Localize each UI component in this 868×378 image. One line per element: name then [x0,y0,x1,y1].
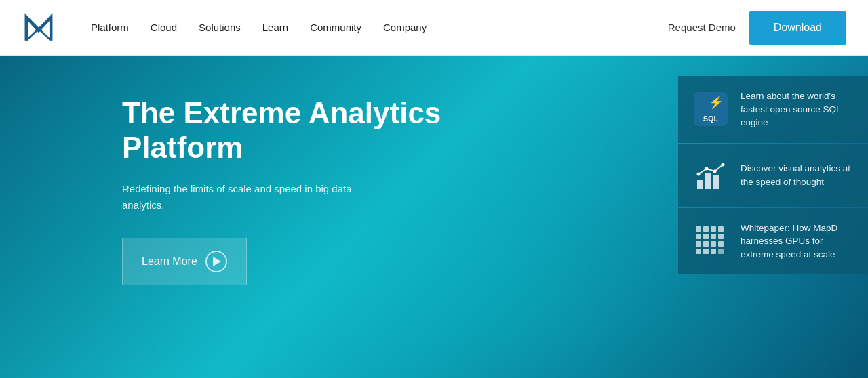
learn-more-label: Learn More [142,255,197,268]
svg-rect-16 [711,234,716,239]
svg-rect-19 [703,241,709,247]
hero-content: The Extreme Analytics Platform Redefinin… [0,56,868,378]
header: MAPD Platform Cloud Solutions Learn Comm… [0,0,868,56]
svg-rect-14 [696,234,701,239]
svg-rect-22 [696,249,701,254]
card-gpu[interactable]: Whitepaper: How MapD harnesses GPUs for … [678,208,868,275]
svg-point-9 [722,163,725,166]
hero-title: The Extreme Analytics Platform [122,96,502,165]
svg-rect-21 [718,241,724,247]
svg-rect-17 [718,234,724,239]
svg-rect-4 [705,173,711,189]
svg-rect-5 [713,175,719,189]
card-visual-text: Discover visual analytics at the speed o… [741,162,853,188]
svg-point-6 [697,172,701,175]
sql-card-icon: ⚡ SQL [693,91,728,127]
svg-rect-15 [703,234,709,239]
svg-rect-18 [696,241,701,247]
svg-rect-25 [718,249,724,254]
hero-subtitle: Redefining the limits of scale and speed… [122,181,380,213]
sql-icon-box: ⚡ SQL [694,92,728,126]
chart-icon [696,161,726,190]
play-triangle [213,257,221,266]
nav-solutions[interactable]: Solutions [199,22,241,33]
learn-more-button[interactable]: Learn More [122,238,247,285]
svg-rect-12 [711,226,716,232]
request-demo-button[interactable]: Request Demo [668,22,736,33]
svg-rect-24 [711,249,716,254]
card-visual[interactable]: Discover visual analytics at the speed o… [678,144,868,207]
svg-rect-3 [697,180,703,189]
nav-company[interactable]: Company [383,22,427,33]
header-actions: Request Demo Download [668,11,846,45]
gpu-icon [694,225,727,257]
nav-learn[interactable]: Learn [262,22,288,33]
card-sql[interactable]: ⚡ SQL Learn about the world's fastest op… [678,76,868,143]
main-nav: Platform Cloud Solutions Learn Community… [91,22,668,33]
svg-rect-20 [711,241,716,247]
svg-rect-11 [703,226,709,232]
hero-left: The Extreme Analytics Platform Redefinin… [122,96,502,285]
chart-card-icon [693,158,728,193]
svg-rect-13 [718,226,724,232]
logo[interactable]: MAPD [22,11,58,45]
card-sql-text: Learn about the world's fastest open sou… [741,89,853,129]
svg-rect-10 [696,226,701,232]
play-icon [205,251,227,272]
svg-point-8 [713,169,717,173]
nav-community[interactable]: Community [310,22,361,33]
logo-icon: MAPD [22,11,56,45]
lightning-icon: ⚡ [709,95,724,110]
hero-section: The Extreme Analytics Platform Redefinin… [0,56,868,378]
sql-label-text: SQL [703,114,719,123]
hero-cards: ⚡ SQL Learn about the world's fastest op… [678,76,868,274]
card-gpu-text: Whitepaper: How MapD harnesses GPUs for … [741,222,853,261]
download-button[interactable]: Download [749,11,846,45]
svg-point-7 [705,167,709,170]
svg-rect-23 [703,249,709,254]
nav-cloud[interactable]: Cloud [151,22,177,33]
nav-platform[interactable]: Platform [91,22,129,33]
gpu-card-icon [693,224,728,259]
